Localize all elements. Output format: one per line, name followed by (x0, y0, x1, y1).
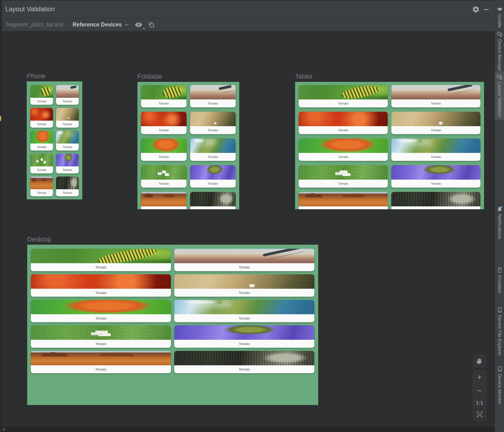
farm-image (31, 325, 171, 340)
preview-phone[interactable]: Phone TomatoTomatoTomatoTomatoTomatoToma… (27, 73, 82, 199)
desert-image (299, 192, 388, 206)
tool-window-titlebar: Layout Validation (2, 0, 495, 18)
plant-card-label: Tomato (141, 100, 187, 107)
zoom-out-button[interactable]: − (473, 386, 486, 395)
minus-icon (483, 6, 490, 13)
sidebar-item-device-manager[interactable]: Device Manager (495, 31, 504, 73)
plant-card-label: Tomato (31, 314, 171, 322)
plant-card-label: Tomato (56, 166, 79, 173)
plant-card: Tomato (299, 165, 388, 188)
orangemaple-image (30, 131, 53, 144)
plant-card: Tomato (190, 112, 236, 134)
preview-tablet[interactable]: Tablet TomatoTomatoTomatoTomatoTomatoTom… (295, 73, 484, 209)
plant-card-label: Tomato (141, 206, 187, 209)
forest-image (174, 351, 314, 365)
device-frame-desktop: TomatoTomatoTomatoTomatoTomatoTomatoToma… (27, 245, 318, 405)
plant-card-label: Tomato (31, 289, 171, 297)
plant-card: Tomato (391, 85, 480, 107)
fit-screen-icon (476, 411, 483, 418)
plant-card-label: Tomato (141, 126, 187, 134)
copy-image-button[interactable] (148, 21, 155, 28)
preview-title: Desktop (27, 236, 318, 243)
plant-card-label: Tomato (174, 263, 314, 271)
preview-canvas: Phone TomatoTomatoTomatoTomatoTomatoToma… (2, 31, 495, 432)
device-mode-dropdown[interactable]: Reference Devices (73, 21, 130, 28)
settings-button[interactable] (470, 4, 481, 15)
purple-image (56, 154, 79, 166)
city-image (190, 85, 236, 100)
sidebar-item-notifications[interactable]: Notifications (495, 206, 504, 239)
city-image (174, 249, 314, 263)
visibility-options-button[interactable]: ▾ (135, 21, 143, 29)
copy-icon (148, 21, 155, 28)
plant-card: Tomato (30, 131, 53, 150)
plant-card: Tomato (31, 325, 171, 348)
status-bar-fragment: a (2, 427, 495, 432)
plant-card: Tomato (299, 138, 388, 161)
plant-card: Tomato (31, 351, 171, 373)
sidebar-item-device-file-explorer[interactable]: Device File Explorer (495, 307, 504, 356)
plant-card-label: Tomato (391, 100, 480, 107)
redmaple-image (30, 108, 53, 121)
plant-card-label: Tomato (174, 289, 314, 297)
plant-card-label: Tomato (299, 153, 388, 161)
plant-card: Tomato (190, 192, 236, 209)
device-frame-tablet: TomatoTomatoTomatoTomatoTomatoTomatoToma… (295, 82, 484, 209)
sidebar-item-device-monitor[interactable]: Device Monitor (495, 366, 504, 404)
plant-card: Tomato (174, 351, 314, 373)
pan-button[interactable] (473, 354, 486, 367)
plant-card-label: Tomato (299, 100, 388, 107)
plant-card-label: Tomato (174, 340, 314, 348)
plant-card: Tomato (190, 165, 236, 188)
plant-card: Tomato (30, 154, 53, 173)
zoom-actual-size-button[interactable]: 1:1 (473, 400, 486, 406)
preview-foldable[interactable]: Foldable TomatoTomatoTomatoTomatoTomatoT… (137, 73, 239, 209)
plant-card-label: Tomato (190, 153, 236, 161)
layout-validation-toolbar: fragment_plant_list.xml Reference Device… (2, 18, 495, 31)
gear-icon (472, 6, 480, 13)
plant-card-label: Tomato (141, 180, 187, 188)
plant-card: Tomato (56, 85, 79, 105)
plant-card-label: Tomato (299, 206, 388, 209)
orangemaple-image (141, 138, 187, 153)
redmaple-image (141, 112, 187, 126)
forest-image (391, 192, 480, 206)
tool-window-strip: Gradle Device Manager Layout Validation … (495, 0, 504, 432)
city-image (391, 85, 480, 100)
file-tab[interactable]: fragment_plant_list.xml (6, 21, 63, 28)
device-manager-icon (497, 31, 503, 37)
farm-image (299, 165, 388, 180)
plant-card: Tomato (174, 274, 314, 297)
device-frame-phone: TomatoTomatoTomatoTomatoTomatoTomatoToma… (27, 81, 82, 199)
plant-card-label: Tomato (174, 365, 314, 373)
forest-image (190, 192, 236, 206)
plant-card-label: Tomato (174, 314, 314, 322)
plant-card: Tomato (141, 112, 187, 134)
plant-card: Tomato (141, 85, 187, 107)
sidebar-item-gradle[interactable]: Gradle (495, 6, 504, 28)
plant-card-label: Tomato (56, 189, 79, 196)
sidebar-item-emulator[interactable]: Emulator (495, 267, 504, 294)
plant-card: Tomato (30, 85, 53, 105)
plant-card-label: Tomato (391, 126, 480, 134)
wood-image (56, 108, 79, 121)
notification-dot (500, 206, 502, 208)
coast-image (56, 131, 79, 144)
plant-card: Tomato (31, 274, 171, 297)
notifications-bell-icon (496, 206, 503, 212)
plant-card-label: Tomato (31, 263, 171, 271)
sidebar-item-layout-validation[interactable]: Layout Validation (495, 71, 504, 120)
zoom-in-button[interactable]: + (473, 373, 486, 381)
plant-card-label: Tomato (190, 126, 236, 134)
layout-validation-icon (497, 74, 503, 80)
redmaple-image (299, 112, 388, 126)
chevron-down-icon (124, 22, 129, 28)
minimize-button[interactable] (481, 4, 492, 15)
preview-desktop[interactable]: Desktop TomatoTomatoTomatoTomatoTomatoTo… (27, 236, 318, 405)
preview-title: Phone (27, 73, 82, 80)
coast-image (174, 300, 314, 314)
zoom-to-fit-button[interactable] (473, 411, 486, 418)
plant-card-label: Tomato (30, 189, 53, 196)
farm-image (141, 165, 187, 180)
eye-dropdown-caret: ▾ (143, 27, 145, 30)
